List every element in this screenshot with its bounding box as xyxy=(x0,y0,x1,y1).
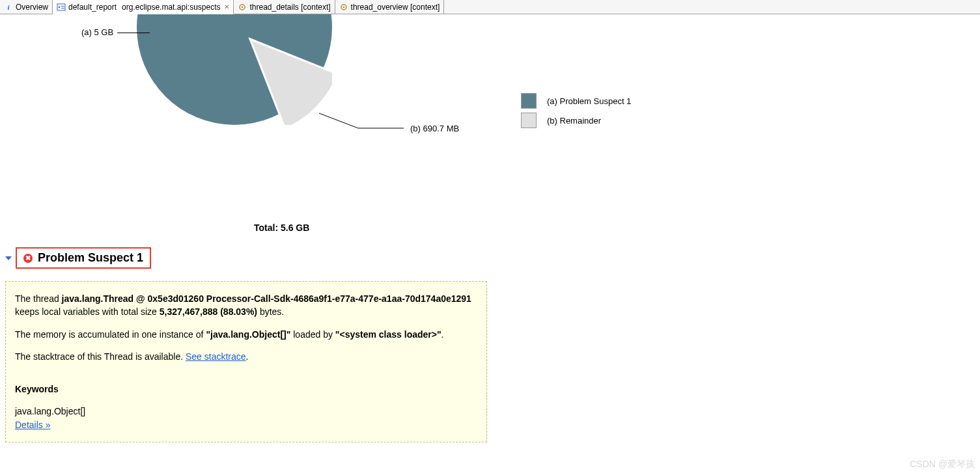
svg-point-1 xyxy=(59,6,61,8)
pie-legend: (a) Problem Suspect 1 (b) Remainder xyxy=(521,89,631,132)
pie-label-a-text: (a) 5 GB xyxy=(81,27,113,37)
info-icon: i xyxy=(4,3,13,12)
keywords-heading: Keywords xyxy=(15,383,477,396)
section-header: ✖ Problem Suspect 1 xyxy=(5,247,151,269)
pie-total-label: Total: 5.6 GB xyxy=(254,223,309,233)
collapse-toggle-icon[interactable] xyxy=(5,256,12,260)
tab-thread-overview[interactable]: thread_overview [context] xyxy=(335,0,445,14)
error-icon: ✖ xyxy=(23,254,33,263)
pie-leader-b-line xyxy=(319,92,410,138)
tab-label-suffix: org.eclipse.mat.api:suspects xyxy=(122,3,220,12)
suspect-paragraph-1: The thread java.lang.Thread @ 0x5e3d0126… xyxy=(15,292,477,319)
svg-point-7 xyxy=(343,6,344,8)
pie-label-b: (b) 690.7 MB xyxy=(410,124,459,133)
tab-default-report[interactable]: default_report org.eclipse.mat.api:suspe… xyxy=(53,0,234,14)
legend-swatch-a xyxy=(521,93,537,109)
legend-swatch-b xyxy=(521,113,537,128)
keywords-value: java.lang.Object[] xyxy=(15,405,477,418)
suspect-description-panel: The thread java.lang.Thread @ 0x5e3d0126… xyxy=(5,281,487,442)
svg-rect-3 xyxy=(61,8,64,8)
tab-bar: i Overview default_report org.eclipse.ma… xyxy=(0,0,980,14)
legend-row-b: (b) Remainder xyxy=(521,113,631,128)
tab-spacer xyxy=(444,0,980,14)
report-icon xyxy=(57,3,66,12)
pie-label-a: (a) 5 GB xyxy=(81,27,150,37)
gear-icon xyxy=(238,3,247,12)
section-title-box: ✖ Problem Suspect 1 xyxy=(16,247,151,269)
svg-point-5 xyxy=(242,6,244,8)
content-area: (a) 5 GB (b) 690.7 MB Total: 5.6 GB (a) … xyxy=(0,14,980,473)
suspect-paragraph-2: The memory is accumulated in one instanc… xyxy=(15,328,477,341)
see-stacktrace-link[interactable]: See stacktrace xyxy=(186,351,246,362)
watermark: CSDN @爱琴孩 xyxy=(910,459,975,470)
details-link[interactable]: Details » xyxy=(15,420,50,430)
tab-label: Overview xyxy=(16,3,48,12)
legend-row-a: (a) Problem Suspect 1 xyxy=(521,93,631,109)
tab-label-prefix: default_report xyxy=(68,3,117,12)
legend-label-b: (b) Remainder xyxy=(547,116,601,126)
section-title: Problem Suspect 1 xyxy=(38,251,143,265)
suspect-paragraph-3: The stacktrace of this Thread is availab… xyxy=(15,350,477,363)
legend-label-a: (a) Problem Suspect 1 xyxy=(547,96,631,106)
tab-label: thread_details [context] xyxy=(249,3,330,12)
tab-thread-details[interactable]: thread_details [context] xyxy=(234,0,335,14)
svg-rect-2 xyxy=(61,6,64,7)
pie-chart xyxy=(137,14,332,125)
close-icon[interactable]: ✕ xyxy=(224,3,229,10)
pie-label-b-text: (b) 690.7 MB xyxy=(410,124,459,133)
tab-overview[interactable]: i Overview xyxy=(0,0,53,14)
gear-icon xyxy=(339,3,348,12)
tab-label: thread_overview [context] xyxy=(351,3,440,12)
pie-chart-area: (a) 5 GB (b) 690.7 MB Total: 5.6 GB xyxy=(59,14,475,249)
